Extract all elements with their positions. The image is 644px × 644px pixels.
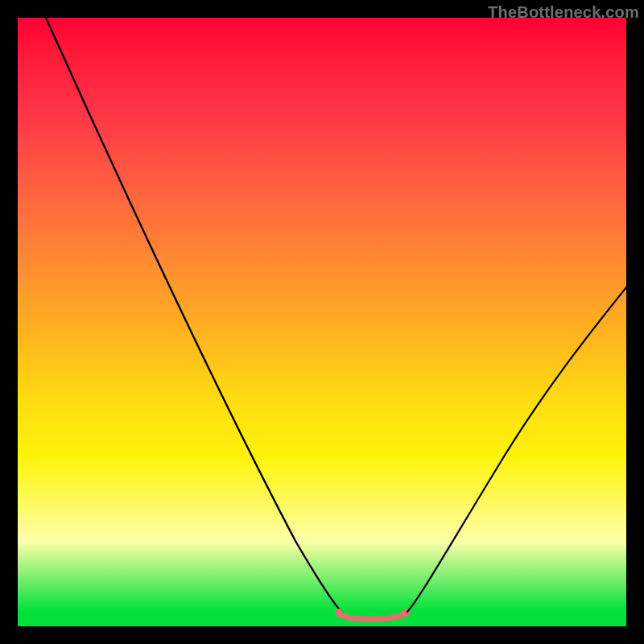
left-curve [46,18,343,613]
chart-frame: TheBottleneck.com [0,0,644,644]
watermark-text: TheBottleneck.com [488,3,639,22]
curve-layer [18,18,626,626]
flat-marker-left-dot [335,609,343,617]
right-curve [407,287,626,612]
flat-marker-band [340,614,404,619]
